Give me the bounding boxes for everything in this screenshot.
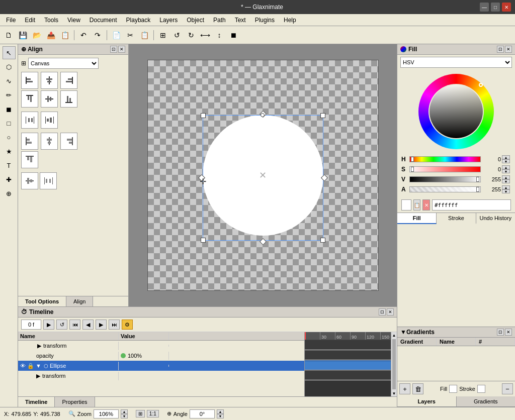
rotate-ccw-button[interactable]: ↻ — [185, 29, 198, 42]
fill-color-swatch[interactable] — [449, 385, 457, 393]
value-slider-thumb[interactable] — [476, 177, 479, 182]
add-gradient-button[interactable]: + — [399, 383, 410, 394]
menu-text[interactable]: Text — [231, 16, 250, 25]
menu-view[interactable]: View — [63, 16, 84, 25]
hue-slider-track[interactable] — [409, 156, 481, 162]
pencil-tool-button[interactable]: ✏ — [3, 88, 16, 101]
grad-minus-button[interactable]: − — [502, 383, 513, 394]
gradients-close-button[interactable]: ✕ — [505, 329, 512, 336]
hex-color-input[interactable] — [432, 199, 511, 211]
value-spin-down[interactable]: ▼ — [502, 179, 510, 183]
alpha-spin-up[interactable]: ▲ — [502, 185, 510, 189]
paste-button[interactable]: 📋 — [138, 29, 151, 42]
star-tool-button[interactable]: ★ — [3, 145, 16, 158]
align-center-v-button[interactable] — [41, 90, 58, 108]
copy-color-button[interactable]: 📋 — [413, 199, 421, 211]
rect-tool-button[interactable]: □ — [3, 117, 16, 130]
text-tool-button[interactable]: T — [3, 159, 16, 172]
timeline-row-ellipse[interactable]: 👁 🔒 ▼ ⬡ Ellipse — [18, 361, 304, 371]
dist-last-button[interactable] — [40, 172, 57, 189]
timeline-vscroll[interactable]: ▲ ▼ — [391, 332, 397, 396]
minimize-button[interactable]: — — [480, 3, 489, 12]
angle-input[interactable] — [190, 409, 215, 418]
align2-left-button[interactable] — [21, 133, 38, 150]
menu-file[interactable]: File — [2, 16, 20, 25]
dist-center-h-button[interactable] — [41, 112, 58, 129]
lock-icon[interactable]: 🔒 — [27, 363, 34, 369]
transform-expand-icon[interactable]: ▶ — [37, 343, 41, 349]
layers-tab[interactable]: Layers — [397, 396, 457, 406]
cut-button[interactable]: ✂ — [124, 29, 137, 42]
maximize-button[interactable]: □ — [491, 3, 500, 12]
rotate-cw-button[interactable]: ↺ — [170, 29, 184, 42]
stroke-tab[interactable]: Stroke — [437, 213, 476, 224]
properties-tab[interactable]: Properties — [55, 397, 95, 407]
anim-button[interactable]: ⏹ — [227, 29, 240, 42]
value-spin-up[interactable]: ▲ — [502, 175, 510, 179]
saturation-slider-thumb[interactable] — [411, 167, 414, 172]
fill-tool-button[interactable]: ◼ — [3, 102, 16, 116]
redo-button[interactable]: ↷ — [91, 29, 104, 42]
align-tab[interactable]: Align — [66, 296, 93, 306]
alpha-spin-down[interactable]: ▼ — [502, 189, 510, 193]
node-edit-tool-button[interactable]: ⬡ — [3, 60, 16, 73]
menu-tools[interactable]: Tools — [40, 16, 62, 25]
zoom-input[interactable] — [94, 409, 119, 418]
align2-center-button[interactable] — [41, 133, 58, 150]
hue-spin-down[interactable]: ▼ — [502, 159, 510, 163]
select-tool-button[interactable]: ↖ — [3, 46, 16, 59]
align-right-edge-button[interactable] — [60, 72, 77, 89]
gradients-tab[interactable]: Gradients — [457, 396, 516, 406]
fill-tab[interactable]: Fill — [397, 213, 437, 224]
timeline-settings-button[interactable]: ⚙ — [122, 320, 133, 330]
menu-object[interactable]: Object — [183, 16, 208, 25]
save-button[interactable]: 💾 — [16, 29, 29, 42]
hue-spin-up[interactable]: ▲ — [502, 155, 510, 159]
timeline-float-button[interactable]: ⊡ — [379, 308, 386, 316]
fill-panel-float-button[interactable]: ⊡ — [497, 46, 504, 53]
menu-path[interactable]: Path — [209, 16, 230, 25]
color-model-select[interactable]: HSV RGB CMYK HLS — [400, 57, 512, 68]
zoom-up-button[interactable]: ▲ — [121, 409, 128, 414]
angle-down-button[interactable]: ▼ — [217, 414, 224, 418]
saturation-spin-down[interactable]: ▼ — [502, 169, 510, 173]
transform2-expand-icon[interactable]: ▶ — [36, 373, 40, 379]
timeline-frame-input[interactable] — [21, 320, 41, 330]
timeline-loop-button[interactable]: ↺ — [56, 320, 67, 330]
align-left-edge-button[interactable] — [21, 72, 38, 89]
alpha-slider-thumb[interactable] — [476, 187, 479, 192]
menu-edit[interactable]: Edit — [21, 16, 39, 25]
align-bottom-edge-button[interactable] — [60, 90, 77, 108]
timeline-next-button[interactable]: ▶ — [96, 320, 107, 330]
align-panel-float-button[interactable]: ⊡ — [110, 46, 117, 53]
playhead[interactable] — [305, 332, 306, 340]
angle-up-button[interactable]: ▲ — [217, 409, 224, 414]
color-wheel[interactable] — [418, 74, 494, 149]
timeline-last-button[interactable]: ⏭ — [109, 320, 120, 330]
timeline-tab[interactable]: Timeline — [18, 397, 55, 407]
timeline-close-button[interactable]: ✕ — [387, 308, 394, 316]
align2-right-button[interactable] — [60, 133, 77, 150]
ellipse-tool-button[interactable]: ○ — [3, 131, 16, 144]
align-relative-select[interactable]: Canvas Selection Layer — [28, 58, 99, 69]
stroke-color-swatch[interactable] — [477, 385, 485, 393]
ellipse-shape[interactable]: ✕ — [203, 115, 323, 236]
align2-middle-button[interactable] — [21, 172, 38, 189]
scroll-up-button[interactable]: ▲ — [391, 332, 397, 338]
eye-icon[interactable]: 👁 — [20, 363, 26, 369]
export-button[interactable]: 📤 — [44, 29, 57, 42]
grid-button[interactable]: ⊞ — [156, 29, 169, 42]
menu-layers[interactable]: Layers — [155, 16, 182, 25]
new-file-button[interactable]: 🗋 — [2, 29, 15, 42]
eyedropper-tool-button[interactable]: ✚ — [3, 173, 16, 186]
tool-options-tab[interactable]: Tool Options — [18, 296, 66, 306]
zoom-100-button[interactable]: 1:1 — [147, 410, 159, 417]
align-center-h-button[interactable] — [41, 72, 58, 89]
copy-button[interactable]: 📄 — [110, 29, 123, 42]
flip-h-button[interactable]: ⟷ — [199, 29, 212, 42]
reset-color-button[interactable]: ✕ — [422, 199, 430, 211]
timeline-first-button[interactable]: ⏮ — [69, 320, 80, 330]
gradients-float-button[interactable]: ⊡ — [497, 329, 504, 336]
export2-button[interactable]: 📋 — [58, 29, 71, 42]
saturation-spin-up[interactable]: ▲ — [502, 165, 510, 169]
